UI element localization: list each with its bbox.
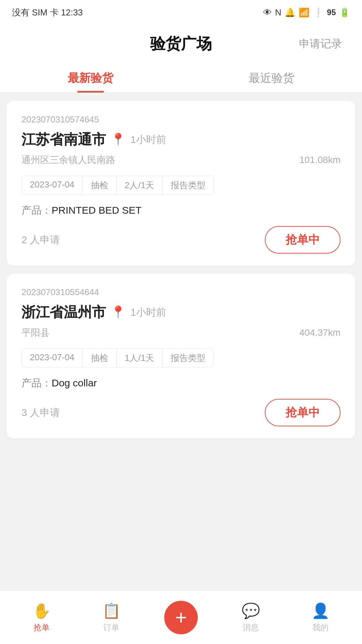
- grab-order-button-2[interactable]: 抢单中: [265, 399, 341, 426]
- distance-2: 404.37km: [299, 327, 341, 338]
- product-value-1: PRINTED BED SET: [52, 205, 141, 216]
- applicants-2: 3 人申请: [21, 406, 60, 420]
- battery-level: 95: [327, 8, 336, 17]
- tags-row-1: 2023-07-04 抽检 2人/1天 报告类型: [21, 176, 214, 195]
- location-row-2: 浙江省温州市 📍 1小时前: [21, 303, 341, 322]
- order-id-2: 2023070310554644: [21, 287, 341, 298]
- tab-recent-inspection[interactable]: 最近验货: [181, 61, 362, 93]
- nav-label-profile: 我的: [312, 622, 328, 633]
- tag-date-2: 2023-07-04: [22, 349, 83, 367]
- eye-icon: 👁: [263, 7, 272, 18]
- product-row-1: 产品：PRINTED BED SET: [21, 204, 341, 217]
- status-right-icons: 👁 N 🔔 📶 ❕ 95 🔋: [263, 7, 350, 18]
- tab-bar: 最新验货 最近验货: [0, 61, 362, 93]
- battery-icon: 🔋: [339, 7, 350, 18]
- tag-type-1: 抽检: [83, 176, 117, 195]
- application-record-link[interactable]: 申请记录: [299, 38, 342, 50]
- profile-icon: 👤: [311, 602, 330, 620]
- product-row-2: 产品：Dog collar: [21, 376, 341, 390]
- address-row-1: 通州区三余镇人民南路 101.08km: [21, 154, 341, 166]
- order-id-1: 2023070310574645: [21, 114, 341, 125]
- nav-item-messages[interactable]: 💬 消息: [216, 602, 286, 633]
- nav-label-orders: 订单: [103, 622, 119, 633]
- tag-people-1: 2人/1天: [117, 176, 163, 195]
- card-footer-2: 3 人申请 抢单中: [21, 399, 341, 426]
- tab-latest-inspection[interactable]: 最新验货: [0, 61, 181, 93]
- address-2: 平阳县: [21, 326, 50, 339]
- fab-add-button[interactable]: +: [164, 601, 198, 634]
- pin-icon-1: 📍: [111, 132, 126, 147]
- messages-icon: 💬: [242, 602, 260, 620]
- nav-label-grab: 抢单: [34, 622, 50, 633]
- nav-item-grab[interactable]: ✋ 抢单: [7, 602, 76, 633]
- alert-icon: ❕: [313, 7, 323, 18]
- wifi-icon: 📶: [299, 7, 309, 18]
- distance-1: 101.08km: [299, 155, 341, 165]
- time-1: 1小时前: [130, 133, 166, 147]
- card-footer-1: 2 人申请 抢单中: [21, 226, 341, 254]
- nav-item-profile[interactable]: 👤 我的: [286, 602, 355, 633]
- product-label-2: 产品：: [21, 377, 52, 388]
- plus-icon: +: [175, 607, 187, 628]
- nav-item-orders[interactable]: 📋 订单: [76, 602, 146, 633]
- status-bar: 没有 SIM 卡 12:33 👁 N 🔔 📶 ❕ 95 🔋: [0, 0, 362, 23]
- tag-report-1: 报告类型: [163, 176, 214, 195]
- tag-type-2: 抽检: [83, 349, 117, 367]
- applicants-1: 2 人申请: [21, 233, 60, 247]
- inspection-card-2: 2023070310554644 浙江省温州市 📍 1小时前 平阳县 404.3…: [7, 274, 355, 438]
- inspection-card-1: 2023070310574645 江苏省南通市 📍 1小时前 通州区三余镇人民南…: [7, 101, 355, 266]
- address-1: 通州区三余镇人民南路: [21, 154, 115, 166]
- bottom-nav: ✋ 抢单 📋 订单 + 💬 消息 👤 我的: [0, 590, 362, 644]
- status-left-text: 没有 SIM 卡 12:33: [12, 7, 83, 18]
- nav-label-messages: 消息: [243, 622, 259, 633]
- content-area: 2023070310574645 江苏省南通市 📍 1小时前 通州区三余镇人民南…: [0, 93, 362, 583]
- time-2: 1小时前: [130, 306, 166, 319]
- bell-icon: 🔔: [285, 7, 295, 18]
- product-label-1: 产品：: [21, 205, 52, 216]
- tags-row-2: 2023-07-04 抽检 1人/1天 报告类型: [21, 348, 214, 368]
- grab-order-button-1[interactable]: 抢单中: [265, 226, 341, 254]
- nav-item-add[interactable]: +: [146, 601, 216, 634]
- nfc-icon: N: [275, 7, 282, 18]
- orders-icon: 📋: [102, 602, 121, 620]
- pin-icon-2: 📍: [111, 305, 126, 319]
- location-row-1: 江苏省南通市 📍 1小时前: [21, 130, 341, 149]
- city-1: 江苏省南通市: [21, 130, 106, 149]
- page-title: 验货广场: [127, 34, 235, 54]
- grab-icon: ✋: [33, 602, 51, 620]
- tag-report-2: 报告类型: [163, 349, 214, 367]
- product-value-2: Dog collar: [52, 377, 97, 388]
- address-row-2: 平阳县 404.37km: [21, 326, 341, 339]
- tag-people-2: 1人/1天: [117, 349, 163, 367]
- header: 验货广场 申请记录: [0, 23, 362, 61]
- tag-date-1: 2023-07-04: [22, 176, 83, 195]
- city-2: 浙江省温州市: [21, 303, 106, 322]
